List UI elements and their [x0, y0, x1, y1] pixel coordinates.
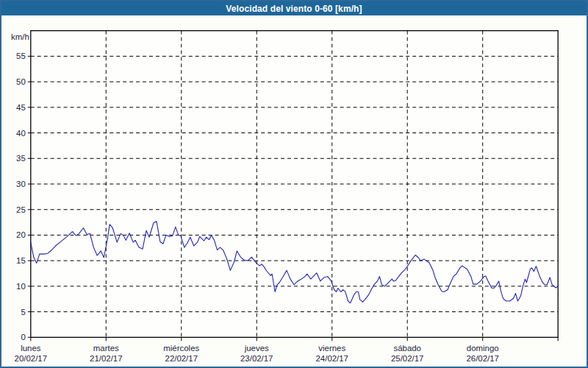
y-tick-label: 35	[16, 154, 26, 163]
y-tick-label: 5	[21, 308, 25, 316]
x-date-label: 23/02/17	[240, 354, 273, 363]
x-date-label: 21/02/17	[90, 354, 122, 363]
x-day-label: lunes	[21, 344, 41, 353]
x-day-label: martes	[93, 344, 119, 353]
wind-speed-chart-window: Velocidad del viento 0-60 [km/h] 0510152…	[0, 0, 588, 368]
x-date-label: 25/02/17	[391, 354, 423, 363]
y-tick-label: 25	[16, 205, 26, 214]
y-tick-label: 10	[16, 282, 26, 291]
y-tick-label: 40	[16, 129, 26, 138]
x-day-label: viernes	[318, 344, 345, 353]
x-day-label: jueves	[244, 344, 269, 353]
y-tick-label: 45	[16, 103, 26, 112]
y-tick-label: 30	[16, 180, 26, 188]
y-tick-label: 0	[21, 333, 25, 342]
y-tick-label: 55	[16, 52, 26, 60]
wind-speed-chart: 0510152025303540455055km/hlunes20/02/17m…	[1, 1, 587, 367]
y-tick-label: 15	[16, 256, 26, 265]
x-day-label: miércoles	[163, 344, 199, 353]
x-day-label: sábado	[393, 344, 420, 353]
y-tick-label: 50	[16, 77, 26, 86]
y-axis-unit-label: km/h	[11, 32, 29, 41]
x-date-label: 24/02/17	[316, 354, 348, 363]
x-date-label: 22/02/17	[165, 354, 198, 363]
y-tick-label: 20	[16, 230, 26, 239]
x-date-label: 26/02/17	[466, 354, 498, 363]
x-date-label: 20/02/17	[15, 354, 47, 363]
x-day-label: domingo	[467, 344, 499, 353]
